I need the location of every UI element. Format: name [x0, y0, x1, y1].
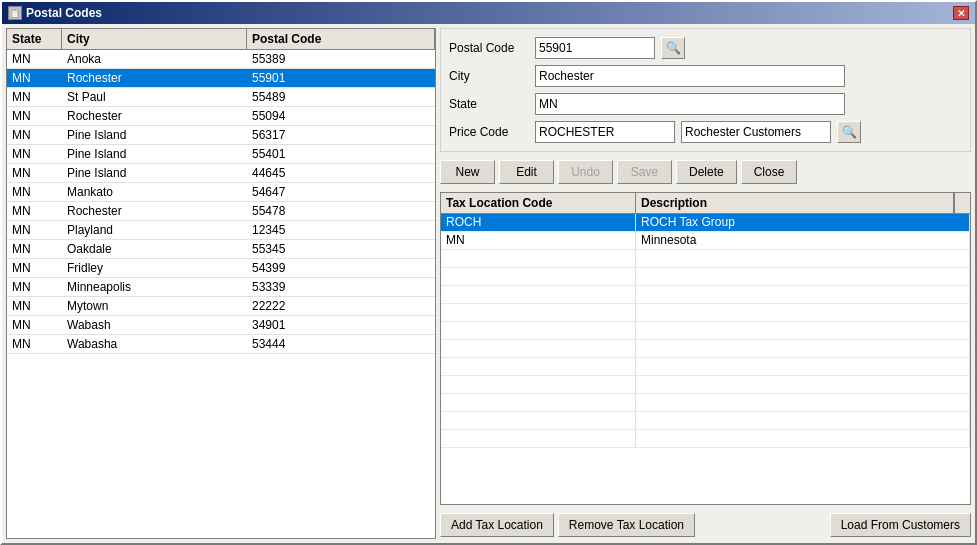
cell-state: MN: [7, 297, 62, 315]
tax-cell-code: [441, 286, 636, 303]
table-row[interactable]: MNRochester55478: [7, 202, 435, 221]
state-label: State: [449, 97, 529, 111]
tax-row[interactable]: [441, 394, 970, 412]
load-from-customers-button[interactable]: Load From Customers: [830, 513, 971, 537]
tax-cell-desc: [636, 376, 970, 393]
cell-postal: 55901: [247, 69, 435, 87]
postal-code-input[interactable]: [535, 37, 655, 59]
tax-row[interactable]: [441, 322, 970, 340]
table-row[interactable]: MNRochester55901: [7, 69, 435, 88]
table-row[interactable]: MNPine Island44645: [7, 164, 435, 183]
cell-postal: 54647: [247, 183, 435, 201]
cell-city: Playland: [62, 221, 247, 239]
city-input[interactable]: [535, 65, 845, 87]
tax-cell-code: [441, 340, 636, 357]
cell-postal: 55094: [247, 107, 435, 125]
table-body[interactable]: MNAnoka55389MNRochester55901MNSt Paul554…: [7, 50, 435, 538]
price-code-search-button[interactable]: 🔍: [837, 121, 861, 143]
tax-cell-code: [441, 322, 636, 339]
delete-button[interactable]: Delete: [676, 160, 737, 184]
tax-row[interactable]: [441, 430, 970, 448]
cell-postal: 56317: [247, 126, 435, 144]
tax-row[interactable]: MNMinnesota: [441, 232, 970, 250]
cell-state: MN: [7, 278, 62, 296]
table-row[interactable]: MNMytown22222: [7, 297, 435, 316]
window-close-button[interactable]: ✕: [953, 6, 969, 20]
cell-city: Wabasha: [62, 335, 247, 353]
cell-city: Rochester: [62, 202, 247, 220]
remove-tax-location-button[interactable]: Remove Tax Location: [558, 513, 695, 537]
cell-state: MN: [7, 164, 62, 182]
tax-cell-code: [441, 394, 636, 411]
cell-state: MN: [7, 88, 62, 106]
cell-city: St Paul: [62, 88, 247, 106]
price-code-input[interactable]: [535, 121, 675, 143]
cell-city: Rochester: [62, 69, 247, 87]
table-row[interactable]: MNWabash34901: [7, 316, 435, 335]
close-button[interactable]: Close: [741, 160, 798, 184]
cell-state: MN: [7, 183, 62, 201]
tax-cell-code: MN: [441, 232, 636, 249]
price-code-desc-input[interactable]: [681, 121, 831, 143]
table-row[interactable]: MNMinneapolis53339: [7, 278, 435, 297]
table-row[interactable]: MNSt Paul55489: [7, 88, 435, 107]
action-toolbar: New Edit Undo Save Delete Close: [440, 156, 971, 188]
table-row[interactable]: MNWabasha53444: [7, 335, 435, 354]
tax-cell-desc: [636, 430, 970, 447]
cell-city: Minneapolis: [62, 278, 247, 296]
tax-row[interactable]: [441, 286, 970, 304]
cell-city: Anoka: [62, 50, 247, 68]
cell-postal: 12345: [247, 221, 435, 239]
tax-cell-code: [441, 376, 636, 393]
cell-state: MN: [7, 316, 62, 334]
tax-cell-desc: [636, 340, 970, 357]
table-row[interactable]: MNPine Island55401: [7, 145, 435, 164]
cell-state: MN: [7, 221, 62, 239]
tax-row[interactable]: [441, 268, 970, 286]
table-row[interactable]: MNPlayland12345: [7, 221, 435, 240]
tax-grid-header: Tax Location Code Description: [441, 193, 970, 214]
table-row[interactable]: MNRochester55094: [7, 107, 435, 126]
undo-button[interactable]: Undo: [558, 160, 613, 184]
save-button[interactable]: Save: [617, 160, 672, 184]
table-header: State City Postal Code: [7, 29, 435, 50]
edit-button[interactable]: Edit: [499, 160, 554, 184]
tax-grid-body[interactable]: ROCHROCH Tax GroupMNMinnesota: [441, 214, 970, 504]
cell-city: Pine Island: [62, 164, 247, 182]
tax-cell-code: [441, 250, 636, 267]
cell-state: MN: [7, 145, 62, 163]
new-button[interactable]: New: [440, 160, 495, 184]
table-row[interactable]: MNFridley54399: [7, 259, 435, 278]
tax-cell-desc: [636, 268, 970, 285]
tax-cell-code: ROCH: [441, 214, 636, 231]
cell-city: Oakdale: [62, 240, 247, 258]
tax-row[interactable]: [441, 250, 970, 268]
tax-cell-code: [441, 304, 636, 321]
title-bar-title: 📋 Postal Codes: [8, 6, 102, 20]
table-row[interactable]: MNOakdale55345: [7, 240, 435, 259]
tax-row[interactable]: [441, 376, 970, 394]
right-panel: Postal Code 🔍 City State Price Code 🔍: [440, 28, 971, 539]
tax-row[interactable]: [441, 304, 970, 322]
cell-city: Pine Island: [62, 126, 247, 144]
tax-row[interactable]: ROCHROCH Tax Group: [441, 214, 970, 232]
state-input[interactable]: [535, 93, 845, 115]
postal-codes-table: State City Postal Code MNAnoka55389MNRoc…: [6, 28, 436, 539]
form-section: Postal Code 🔍 City State Price Code 🔍: [440, 28, 971, 152]
tax-row[interactable]: [441, 340, 970, 358]
add-tax-location-button[interactable]: Add Tax Location: [440, 513, 554, 537]
title-bar: 📋 Postal Codes ✕: [2, 2, 975, 24]
tax-row[interactable]: [441, 358, 970, 376]
cell-postal: 54399: [247, 259, 435, 277]
cell-city: Pine Island: [62, 145, 247, 163]
tax-cell-desc: [636, 322, 970, 339]
table-row[interactable]: MNAnoka55389: [7, 50, 435, 69]
postal-search-button[interactable]: 🔍: [661, 37, 685, 59]
cell-city: Fridley: [62, 259, 247, 277]
cell-city: Wabash: [62, 316, 247, 334]
table-row[interactable]: MNMankato54647: [7, 183, 435, 202]
tax-row[interactable]: [441, 412, 970, 430]
tax-cell-code: [441, 268, 636, 285]
table-row[interactable]: MNPine Island56317: [7, 126, 435, 145]
tax-cell-desc: [636, 412, 970, 429]
